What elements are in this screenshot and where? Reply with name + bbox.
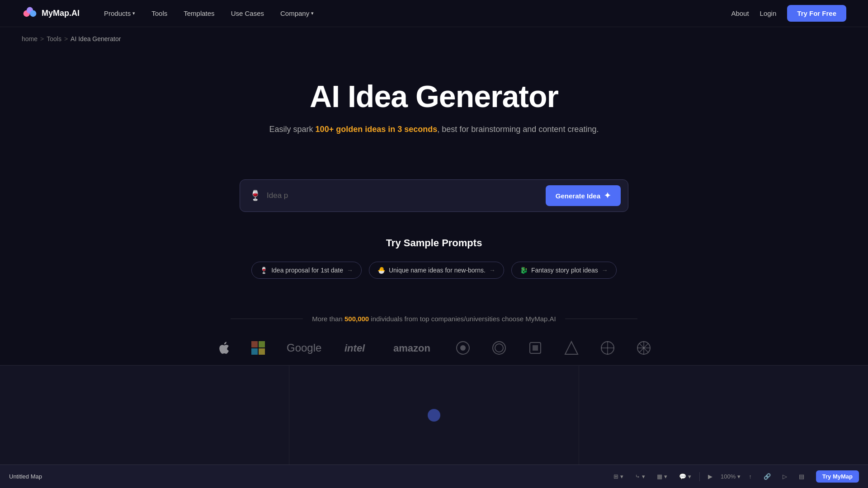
prompt-chip-0[interactable]: 🍷 Idea proposal for 1st date →	[251, 262, 362, 279]
prompt-chip-2[interactable]: 🐉 Fantasy story plot ideas →	[511, 262, 617, 279]
zoom-level: 100%	[721, 473, 736, 480]
hero-subtitle-prefix: Easily spark	[269, 125, 316, 134]
navbar: MyMap.AI Products ▾ Tools Templates Use …	[0, 0, 868, 27]
svg-text:amazon: amazon	[393, 343, 430, 354]
comment-icon: 💬	[679, 473, 686, 480]
nav-links: Products ▾ Tools Templates Use Cases Com…	[98, 7, 731, 20]
search-section: 🍷 Generate Idea ✦	[0, 161, 868, 212]
tool-comment-btn[interactable]: 💬 ▾	[675, 471, 695, 482]
map-col-left	[0, 366, 289, 465]
sample-prompts-list: 🍷 Idea proposal for 1st date → 🐣 Unique …	[22, 262, 846, 279]
svg-rect-3	[251, 341, 258, 347]
zoom-control: 100% ▾	[721, 473, 741, 480]
company-apple	[217, 341, 230, 355]
page-title: AI Idea Generator	[22, 79, 846, 114]
map-title[interactable]: Untitled Map	[9, 473, 604, 480]
company-logos: Google intel amazon	[22, 341, 846, 355]
tool-layout-btn[interactable]: ▦ ▾	[653, 471, 671, 482]
grid-icon: ▤	[799, 473, 804, 480]
try-mymap-button[interactable]: Try MyMap	[816, 470, 859, 483]
svg-rect-15	[533, 345, 538, 351]
chevron-icon-add: ▾	[620, 473, 623, 480]
svg-marker-16	[565, 342, 578, 354]
breadcrumb-sep-1: >	[40, 35, 44, 42]
sparkle-icon: ✦	[604, 191, 611, 201]
layout-icon: ▦	[657, 473, 662, 480]
svg-point-13	[495, 344, 503, 352]
company-logo-6	[456, 341, 470, 355]
prompt-chip-1[interactable]: 🐣 Unique name ideas for new-borns. →	[369, 262, 504, 279]
nav-company[interactable]: Company ▾	[274, 7, 320, 20]
try-free-button[interactable]: Try For Free	[787, 5, 846, 22]
svg-text:intel: intel	[344, 343, 365, 354]
divider-right	[565, 319, 637, 319]
nav-right: About Login Try For Free	[731, 5, 846, 22]
company-logo-10	[600, 341, 615, 355]
svg-point-2	[30, 10, 36, 16]
company-logo-9	[564, 341, 579, 355]
social-proof-line: More than 500,000 individuals from top c…	[22, 315, 846, 323]
chevron-icon-layout: ▾	[664, 473, 667, 480]
breadcrumb-tools[interactable]: Tools	[47, 35, 61, 42]
tool-add-btn[interactable]: ⊞ ▾	[610, 471, 627, 482]
tool-play-btn[interactable]: ▶	[704, 471, 716, 482]
nav-about[interactable]: About	[731, 9, 749, 17]
nav-login[interactable]: Login	[760, 9, 777, 17]
connect-icon: ⤷	[635, 473, 640, 480]
breadcrumb-current: AI Idea Generator	[71, 35, 121, 42]
sample-prompts-section: Try Sample Prompts 🍷 Idea proposal for 1…	[0, 212, 868, 297]
prompt-text-0: Idea proposal for 1st date	[271, 267, 343, 274]
link-icon: 🔗	[764, 473, 771, 480]
generate-idea-button[interactable]: Generate Idea ✦	[546, 185, 621, 206]
svg-rect-4	[259, 341, 265, 347]
prompt-emoji-2: 🐉	[520, 267, 528, 274]
chevron-icon-connect: ▾	[642, 473, 645, 480]
svg-rect-6	[259, 348, 265, 355]
nav-templates[interactable]: Templates	[177, 7, 221, 20]
bottom-bar-tools: ⊞ ▾ ⤷ ▾ ▦ ▾ 💬 ▾ ▶ 100% ▾ ↑ 🔗 ▷	[610, 470, 859, 483]
chevron-down-icon-company: ▾	[311, 10, 314, 16]
tool-present-btn[interactable]: ▷	[779, 471, 791, 482]
chevron-down-icon: ▾	[132, 10, 135, 16]
tool-connect-btn[interactable]: ⤷ ▾	[632, 471, 649, 482]
toolbar-separator	[699, 472, 700, 481]
arrow-icon-2: →	[602, 267, 608, 274]
arrow-icon-0: →	[347, 267, 353, 274]
breadcrumb-sep-2: >	[64, 35, 68, 42]
divider-left	[231, 319, 303, 319]
arrow-icon-1: →	[489, 267, 495, 274]
breadcrumb-home[interactable]: home	[22, 35, 38, 42]
search-input[interactable]	[267, 191, 546, 200]
search-box: 🍷 Generate Idea ✦	[240, 179, 628, 212]
chevron-icon-comment: ▾	[688, 473, 691, 480]
tool-share-link-btn[interactable]: 🔗	[760, 471, 774, 482]
map-preview-area	[0, 365, 868, 465]
tool-grid-btn[interactable]: ▤	[795, 471, 808, 482]
hero-section: AI Idea Generator Easily spark 100+ gold…	[0, 42, 868, 161]
svg-rect-5	[251, 348, 258, 355]
tool-share-export-btn[interactable]: ↑	[745, 471, 755, 482]
company-logo-7	[492, 341, 506, 355]
bottom-toolbar: Untitled Map ⊞ ▾ ⤷ ▾ ▦ ▾ 💬 ▾ ▶ 100% ▾ ↑	[0, 465, 868, 488]
social-proof-text: More than 500,000 individuals from top c…	[312, 315, 556, 323]
search-emoji-icon: 🍷	[249, 190, 261, 202]
nav-use-cases[interactable]: Use Cases	[225, 7, 270, 20]
brand-name: MyMap.AI	[42, 9, 80, 18]
prompt-text-1: Unique name ideas for new-borns.	[389, 267, 486, 274]
map-col-right	[579, 366, 868, 465]
nav-products[interactable]: Products ▾	[98, 7, 142, 20]
breadcrumb: home > Tools > AI Idea Generator	[0, 27, 868, 42]
svg-text:Google: Google	[287, 342, 321, 354]
play-icon: ▶	[708, 473, 712, 480]
logo[interactable]: MyMap.AI	[22, 5, 80, 22]
present-icon: ▷	[783, 473, 787, 480]
social-proof-section: More than 500,000 individuals from top c…	[0, 297, 868, 370]
company-amazon: amazon	[393, 341, 434, 355]
sample-prompts-title: Try Sample Prompts	[22, 237, 846, 249]
nav-tools[interactable]: Tools	[145, 7, 174, 20]
prompt-emoji-0: 🍷	[260, 267, 268, 274]
map-center-node	[428, 409, 440, 422]
add-icon: ⊞	[613, 473, 618, 480]
export-icon: ↑	[749, 473, 752, 480]
chevron-down-icon-zoom: ▾	[737, 473, 741, 480]
